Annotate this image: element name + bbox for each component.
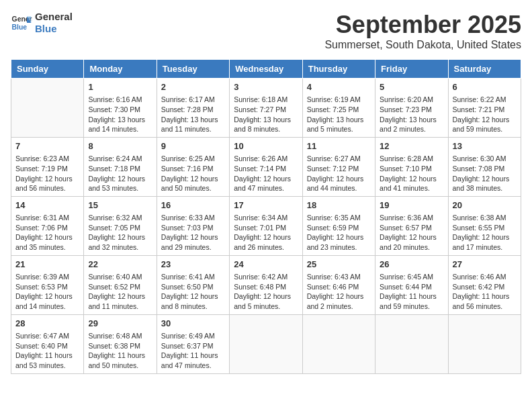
calendar-cell: 6Sunrise: 6:22 AM Sunset: 7:21 PM Daylig… (448, 79, 521, 138)
day-info: Sunrise: 6:30 AM Sunset: 7:08 PM Dayligh… (453, 154, 517, 193)
calendar-cell: 12Sunrise: 6:28 AM Sunset: 7:10 PM Dayli… (375, 137, 448, 196)
calendar-cell: 4Sunrise: 6:19 AM Sunset: 7:25 PM Daylig… (302, 79, 375, 138)
day-info: Sunrise: 6:40 AM Sunset: 6:52 PM Dayligh… (88, 272, 152, 312)
calendar-week-row: 14Sunrise: 6:31 AM Sunset: 7:06 PM Dayli… (11, 196, 521, 255)
calendar-cell: 29Sunrise: 6:48 AM Sunset: 6:38 PM Dayli… (84, 314, 157, 373)
calendar-table: SundayMondayTuesdayWednesdayThursdayFrid… (11, 59, 521, 374)
day-number: 30 (161, 318, 225, 330)
weekday-header-friday: Friday (375, 60, 448, 79)
day-number: 24 (234, 259, 298, 271)
day-number: 29 (88, 318, 152, 330)
calendar-cell (11, 79, 84, 138)
calendar-cell: 11Sunrise: 6:27 AM Sunset: 7:12 PM Dayli… (302, 137, 375, 196)
logo-text-blue: Blue (35, 23, 73, 35)
calendar-cell: 30Sunrise: 6:49 AM Sunset: 6:37 PM Dayli… (157, 314, 229, 373)
logo-icon: General Blue (11, 12, 32, 34)
day-info: Sunrise: 6:43 AM Sunset: 6:46 PM Dayligh… (307, 272, 371, 312)
weekday-header-sunday: Sunday (11, 60, 84, 79)
day-info: Sunrise: 6:38 AM Sunset: 6:55 PM Dayligh… (453, 213, 517, 253)
day-number: 14 (15, 199, 79, 212)
day-number: 26 (380, 259, 443, 271)
day-info: Sunrise: 6:24 AM Sunset: 7:18 PM Dayligh… (88, 154, 152, 193)
day-info: Sunrise: 6:25 AM Sunset: 7:16 PM Dayligh… (161, 154, 225, 193)
day-info: Sunrise: 6:34 AM Sunset: 7:01 PM Dayligh… (234, 213, 298, 253)
day-info: Sunrise: 6:33 AM Sunset: 7:03 PM Dayligh… (161, 213, 225, 253)
day-number: 7 (15, 140, 79, 152)
calendar-cell: 8Sunrise: 6:24 AM Sunset: 7:18 PM Daylig… (84, 137, 157, 196)
day-number: 9 (161, 140, 225, 152)
day-number: 17 (234, 199, 298, 212)
day-number: 20 (453, 199, 517, 212)
day-info: Sunrise: 6:20 AM Sunset: 7:23 PM Dayligh… (380, 95, 443, 134)
calendar-cell: 21Sunrise: 6:39 AM Sunset: 6:53 PM Dayli… (11, 255, 84, 314)
calendar-cell: 17Sunrise: 6:34 AM Sunset: 7:01 PM Dayli… (230, 196, 302, 255)
calendar-cell: 18Sunrise: 6:35 AM Sunset: 6:59 PM Dayli… (302, 196, 375, 255)
day-number: 10 (234, 140, 298, 152)
day-info: Sunrise: 6:27 AM Sunset: 7:12 PM Dayligh… (307, 154, 371, 193)
day-info: Sunrise: 6:49 AM Sunset: 6:37 PM Dayligh… (161, 331, 225, 371)
day-info: Sunrise: 6:46 AM Sunset: 6:42 PM Dayligh… (453, 272, 517, 312)
logo: General Blue General Blue (11, 11, 73, 35)
day-info: Sunrise: 6:18 AM Sunset: 7:27 PM Dayligh… (234, 95, 298, 134)
calendar-week-row: 28Sunrise: 6:47 AM Sunset: 6:40 PM Dayli… (11, 314, 521, 373)
calendar-week-row: 1Sunrise: 6:16 AM Sunset: 7:30 PM Daylig… (11, 79, 521, 138)
day-info: Sunrise: 6:19 AM Sunset: 7:25 PM Dayligh… (307, 95, 371, 134)
day-info: Sunrise: 6:16 AM Sunset: 7:30 PM Dayligh… (88, 95, 152, 134)
calendar-cell: 1Sunrise: 6:16 AM Sunset: 7:30 PM Daylig… (84, 79, 157, 138)
day-info: Sunrise: 6:45 AM Sunset: 6:44 PM Dayligh… (380, 272, 443, 312)
day-number: 12 (380, 140, 443, 152)
month-title: September 2025 (324, 11, 521, 39)
calendar-cell (375, 314, 448, 373)
weekday-header-saturday: Saturday (448, 60, 521, 79)
day-number: 21 (15, 259, 79, 271)
day-number: 27 (453, 259, 517, 271)
day-info: Sunrise: 6:22 AM Sunset: 7:21 PM Dayligh… (453, 95, 517, 134)
calendar-cell: 20Sunrise: 6:38 AM Sunset: 6:55 PM Dayli… (448, 196, 521, 255)
day-info: Sunrise: 6:36 AM Sunset: 6:57 PM Dayligh… (380, 213, 443, 253)
day-info: Sunrise: 6:26 AM Sunset: 7:14 PM Dayligh… (234, 154, 298, 193)
day-info: Sunrise: 6:42 AM Sunset: 6:48 PM Dayligh… (234, 272, 298, 312)
calendar-cell: 9Sunrise: 6:25 AM Sunset: 7:16 PM Daylig… (157, 137, 229, 196)
calendar-cell: 13Sunrise: 6:30 AM Sunset: 7:08 PM Dayli… (448, 137, 521, 196)
day-number: 16 (161, 199, 225, 212)
day-number: 19 (380, 199, 443, 212)
calendar-cell: 24Sunrise: 6:42 AM Sunset: 6:48 PM Dayli… (230, 255, 302, 314)
calendar-week-row: 7Sunrise: 6:23 AM Sunset: 7:19 PM Daylig… (11, 137, 521, 196)
day-info: Sunrise: 6:41 AM Sunset: 6:50 PM Dayligh… (161, 272, 225, 312)
day-number: 2 (161, 81, 225, 93)
day-number: 6 (453, 81, 517, 93)
day-number: 4 (307, 81, 371, 93)
calendar-cell: 23Sunrise: 6:41 AM Sunset: 6:50 PM Dayli… (157, 255, 229, 314)
day-info: Sunrise: 6:23 AM Sunset: 7:19 PM Dayligh… (15, 154, 79, 193)
weekday-header-wednesday: Wednesday (230, 60, 302, 79)
day-info: Sunrise: 6:35 AM Sunset: 6:59 PM Dayligh… (307, 213, 371, 253)
calendar-cell: 19Sunrise: 6:36 AM Sunset: 6:57 PM Dayli… (375, 196, 448, 255)
day-number: 22 (88, 259, 152, 271)
day-number: 23 (161, 259, 225, 271)
day-info: Sunrise: 6:28 AM Sunset: 7:10 PM Dayligh… (380, 154, 443, 193)
calendar-cell: 22Sunrise: 6:40 AM Sunset: 6:52 PM Dayli… (84, 255, 157, 314)
day-info: Sunrise: 6:48 AM Sunset: 6:38 PM Dayligh… (88, 331, 152, 371)
calendar-cell: 25Sunrise: 6:43 AM Sunset: 6:46 PM Dayli… (302, 255, 375, 314)
day-number: 15 (88, 199, 152, 212)
weekday-header-thursday: Thursday (302, 60, 375, 79)
day-number: 5 (380, 81, 443, 93)
calendar-cell: 7Sunrise: 6:23 AM Sunset: 7:19 PM Daylig… (11, 137, 84, 196)
calendar-cell: 26Sunrise: 6:45 AM Sunset: 6:44 PM Dayli… (375, 255, 448, 314)
day-info: Sunrise: 6:39 AM Sunset: 6:53 PM Dayligh… (15, 272, 79, 312)
day-number: 28 (15, 318, 79, 330)
location-title: Summerset, South Dakota, United States (324, 39, 521, 51)
day-info: Sunrise: 6:31 AM Sunset: 7:06 PM Dayligh… (15, 213, 79, 253)
calendar-cell: 3Sunrise: 6:18 AM Sunset: 7:27 PM Daylig… (230, 79, 302, 138)
calendar-cell (302, 314, 375, 373)
calendar-cell: 15Sunrise: 6:32 AM Sunset: 7:05 PM Dayli… (84, 196, 157, 255)
day-info: Sunrise: 6:47 AM Sunset: 6:40 PM Dayligh… (15, 331, 79, 371)
weekday-header-row: SundayMondayTuesdayWednesdayThursdayFrid… (11, 60, 521, 79)
calendar-cell: 14Sunrise: 6:31 AM Sunset: 7:06 PM Dayli… (11, 196, 84, 255)
weekday-header-monday: Monday (84, 60, 157, 79)
day-number: 8 (88, 140, 152, 152)
day-number: 13 (453, 140, 517, 152)
calendar-cell (230, 314, 302, 373)
logo-text-general: General (35, 11, 73, 23)
calendar-cell: 10Sunrise: 6:26 AM Sunset: 7:14 PM Dayli… (230, 137, 302, 196)
